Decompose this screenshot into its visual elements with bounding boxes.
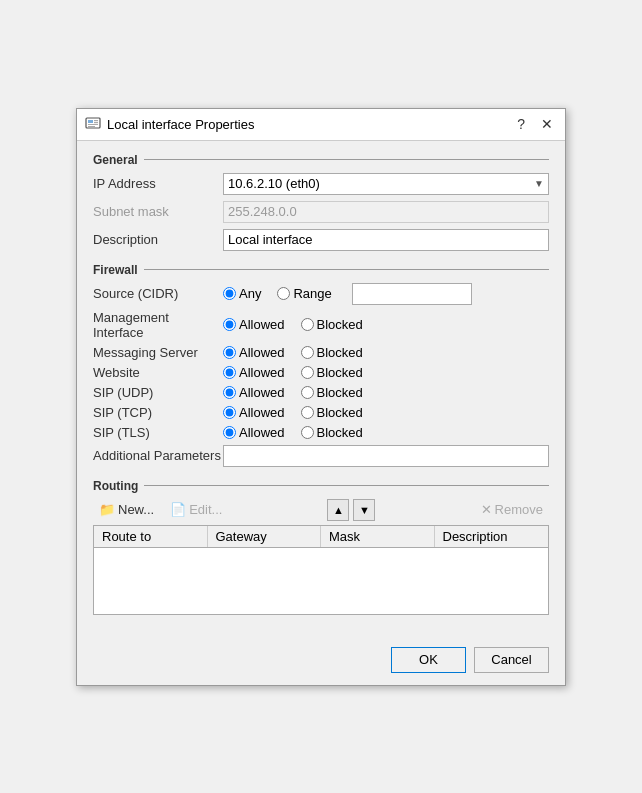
messaging-allowed-option[interactable]: Allowed [223, 345, 285, 360]
col-route-to: Route to [94, 526, 208, 547]
description-input[interactable] [223, 229, 549, 251]
ip-address-label: IP Address [93, 176, 223, 191]
edit-route-label: Edit... [189, 502, 222, 517]
sip-tcp-blocked-radio[interactable] [301, 406, 314, 419]
ip-address-row: IP Address 10.6.2.10 (eth0) ▼ [93, 173, 549, 195]
sip-tcp-allowed-option[interactable]: Allowed [223, 405, 285, 420]
chevron-down-icon: ▼ [534, 178, 544, 189]
management-blocked-radio[interactable] [301, 318, 314, 331]
sip-udp-label: SIP (UDP) [93, 385, 223, 400]
additional-params-label: Additional Parameters [93, 448, 223, 463]
remove-icon: ✕ [481, 502, 492, 517]
col-description: Description [435, 526, 549, 547]
general-section-label: General [93, 153, 549, 167]
sip-tls-allowed-label: Allowed [239, 425, 285, 440]
source-range-input[interactable] [352, 283, 472, 305]
website-row: Website Allowed Blocked [93, 365, 549, 380]
sip-tcp-blocked-option[interactable]: Blocked [301, 405, 363, 420]
website-allowed-option[interactable]: Allowed [223, 365, 285, 380]
new-route-label: New... [118, 502, 154, 517]
col-gateway: Gateway [208, 526, 322, 547]
source-any-option[interactable]: Any [223, 286, 261, 301]
sip-tls-blocked-radio[interactable] [301, 426, 314, 439]
help-button[interactable]: ? [513, 117, 529, 131]
sip-tls-label: SIP (TLS) [93, 425, 223, 440]
sip-tcp-allowed-radio[interactable] [223, 406, 236, 419]
sip-udp-allowed-radio[interactable] [223, 386, 236, 399]
dialog-footer: OK Cancel [77, 639, 565, 685]
source-any-label: Any [239, 286, 261, 301]
sip-tls-allowed-option[interactable]: Allowed [223, 425, 285, 440]
dialog-title: Local interface Properties [107, 117, 254, 132]
ok-button[interactable]: OK [391, 647, 466, 673]
website-blocked-label: Blocked [317, 365, 363, 380]
subnet-mask-input [223, 201, 549, 223]
move-down-button[interactable]: ▼ [353, 499, 375, 521]
management-allowed-option[interactable]: Allowed [223, 317, 285, 332]
website-allowed-label: Allowed [239, 365, 285, 380]
close-button[interactable]: ✕ [537, 117, 557, 131]
table-body [94, 548, 548, 608]
website-label: Website [93, 365, 223, 380]
ip-address-value: 10.6.2.10 (eth0) [228, 176, 320, 191]
website-allowed-radio[interactable] [223, 366, 236, 379]
sip-tls-blocked-option[interactable]: Blocked [301, 425, 363, 440]
up-arrow-icon: ▲ [333, 504, 344, 516]
source-range-option[interactable]: Range [277, 286, 331, 301]
down-arrow-icon: ▼ [359, 504, 370, 516]
sip-udp-radio-group: Allowed Blocked [223, 385, 375, 400]
source-cidr-row: Source (CIDR) Any Range [93, 283, 549, 305]
management-allowed-radio[interactable] [223, 318, 236, 331]
sip-udp-row: SIP (UDP) Allowed Blocked [93, 385, 549, 400]
move-up-button[interactable]: ▲ [327, 499, 349, 521]
management-blocked-label: Blocked [317, 317, 363, 332]
management-interface-label: Management Interface [93, 310, 223, 340]
description-row: Description [93, 229, 549, 251]
source-cidr-label: Source (CIDR) [93, 286, 223, 301]
source-range-radio[interactable] [277, 287, 290, 300]
sip-tcp-allowed-label: Allowed [239, 405, 285, 420]
messaging-blocked-option[interactable]: Blocked [301, 345, 363, 360]
remove-route-button[interactable]: ✕ Remove [475, 500, 549, 519]
management-allowed-label: Allowed [239, 317, 285, 332]
sip-tcp-radio-group: Allowed Blocked [223, 405, 375, 420]
additional-params-input[interactable] [223, 445, 549, 467]
ip-address-select[interactable]: 10.6.2.10 (eth0) ▼ [223, 173, 549, 195]
sip-udp-blocked-radio[interactable] [301, 386, 314, 399]
website-blocked-option[interactable]: Blocked [301, 365, 363, 380]
additional-params-row: Additional Parameters [93, 445, 549, 467]
source-any-radio[interactable] [223, 287, 236, 300]
routing-section: Routing 📁 New... 📄 Edit... ▲ ▼ [93, 479, 549, 615]
sip-udp-allowed-label: Allowed [239, 385, 285, 400]
source-range-label: Range [293, 286, 331, 301]
col-mask: Mask [321, 526, 435, 547]
sip-tcp-label: SIP (TCP) [93, 405, 223, 420]
general-section: General IP Address 10.6.2.10 (eth0) ▼ Su… [93, 153, 549, 251]
messaging-allowed-radio[interactable] [223, 346, 236, 359]
messaging-server-row: Messaging Server Allowed Blocked [93, 345, 549, 360]
remove-route-label: Remove [495, 502, 543, 517]
management-blocked-option[interactable]: Blocked [301, 317, 363, 332]
edit-route-button[interactable]: 📄 Edit... [164, 500, 228, 519]
messaging-blocked-label: Blocked [317, 345, 363, 360]
cancel-button[interactable]: Cancel [474, 647, 549, 673]
website-blocked-radio[interactable] [301, 366, 314, 379]
firewall-section-label: Firewall [93, 263, 549, 277]
sip-udp-blocked-option[interactable]: Blocked [301, 385, 363, 400]
messaging-server-label: Messaging Server [93, 345, 223, 360]
svg-rect-4 [88, 124, 98, 125]
management-interface-row: Management Interface Allowed Blocked [93, 310, 549, 340]
sip-udp-allowed-option[interactable]: Allowed [223, 385, 285, 400]
sip-tls-row: SIP (TLS) Allowed Blocked [93, 425, 549, 440]
routing-section-label: Routing [93, 479, 549, 493]
sip-tls-allowed-radio[interactable] [223, 426, 236, 439]
description-label: Description [93, 232, 223, 247]
messaging-blocked-radio[interactable] [301, 346, 314, 359]
firewall-section: Firewall Source (CIDR) Any Range [93, 263, 549, 467]
table-header: Route to Gateway Mask Description [94, 526, 548, 548]
subnet-mask-row: Subnet mask [93, 201, 549, 223]
svg-rect-1 [88, 120, 93, 123]
new-route-button[interactable]: 📁 New... [93, 500, 160, 519]
messaging-server-radio-group: Allowed Blocked [223, 345, 375, 360]
edit-icon: 📄 [170, 502, 186, 517]
